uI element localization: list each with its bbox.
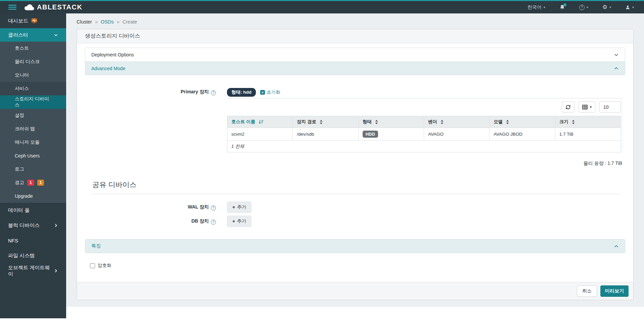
preview-button[interactable]: 미리보기 (600, 285, 629, 297)
column-header-hostname[interactable]: 호스트 이름 (227, 116, 293, 128)
menu-toggle-icon[interactable] (8, 4, 16, 11)
sidebar-item-configuration[interactable]: 설정 (0, 109, 66, 122)
wal-add-button[interactable]: + 추가 (227, 201, 251, 213)
reset-filter-link[interactable]: × 초기화 (260, 89, 280, 95)
sidebar-item-upgrade[interactable]: Upgrade (0, 189, 66, 203)
help-circle-icon[interactable]: ? (211, 90, 216, 95)
sidebar-item-pools[interactable]: 데이터 풀 (0, 203, 66, 218)
advanced-mode-label: Advanced Mode (91, 66, 125, 71)
column-header-type[interactable]: 형태 (358, 116, 424, 128)
advanced-mode-accordion[interactable]: Advanced Mode (85, 61, 625, 75)
chevron-right-icon (54, 223, 58, 228)
mode-accordion: Deployment Options Advanced Mode (85, 48, 625, 75)
settings-dropdown[interactable]: ⚙ ▾ (602, 4, 611, 10)
column-toggle-dropdown[interactable]: ▾ (579, 101, 595, 112)
brand-logo[interactable]: ABLESTACK (24, 3, 82, 11)
sidebar-item-storage-devices[interactable]: 스토리지 디바이스 (0, 95, 66, 109)
chevron-down-icon (54, 33, 58, 37)
sidebar-item-manager-modules[interactable]: 매니저 모듈 (0, 136, 66, 149)
page-size-input[interactable] (599, 101, 621, 112)
caret-down-icon: ▾ (632, 5, 634, 9)
cell-host: scvm2 (227, 128, 293, 141)
wal-device-row: WAL 장치? + 추가 (85, 201, 625, 213)
deployment-options-label: Deployment Options (91, 52, 134, 57)
sidebar-nav: 대시보드 클러스터 호스트 물리 디스크 모니터 서비스 스토리지 디바이스 설… (0, 13, 66, 318)
sidebar-item-label: 대시보드 (8, 18, 28, 24)
sidebar-item-services[interactable]: 서비스 (0, 82, 66, 95)
brand-name: ABLESTACK (37, 3, 82, 11)
help-circle-icon[interactable]: ? (211, 220, 216, 225)
wal-device-label: WAL 장치? (85, 204, 216, 211)
heartbeat-monitor-icon (31, 18, 37, 24)
breadcrumb-osds-link[interactable]: OSDs (101, 19, 114, 25)
sidebar-item-cluster[interactable]: 클러스터 (0, 28, 66, 42)
hdd-badge: HDD (363, 131, 378, 138)
devices-table: 호스트 이름 (227, 116, 621, 152)
chevron-right-icon (54, 269, 58, 273)
refresh-button[interactable] (562, 101, 574, 112)
db-device-row: DB 장치? + 추가 (85, 216, 625, 227)
sidebar-item-physical-disks[interactable]: 물리 디스크 (0, 55, 66, 68)
db-device-label: DB 장치? (85, 218, 216, 225)
alert-count-badge-orange: 1 (37, 180, 44, 186)
cell-vendor: AVAGO (424, 128, 489, 141)
create-osd-card: 생성스토리지 디바이스 Deployment Options Advanced … (77, 29, 634, 300)
sidebar-item-dashboard[interactable]: 대시보드 (0, 13, 66, 28)
breadcrumb-separator: » (95, 19, 98, 25)
caret-down-icon: ▾ (587, 5, 588, 9)
features-accordion-wrap: 특징 (85, 239, 625, 253)
sidebar-item-block-devices[interactable]: 블럭 디바이스 (0, 218, 66, 233)
sort-icon (506, 120, 509, 124)
sidebar-item-filesystems[interactable]: 파일 시스템 (0, 248, 66, 263)
datatable-toolbar: ▾ (227, 98, 621, 116)
total-count-label: 1 전체 (227, 141, 621, 152)
sidebar-item-hosts[interactable]: 호스트 (0, 42, 66, 55)
notification-dot (563, 3, 566, 6)
caret-down-icon: ▾ (544, 5, 545, 9)
help-circle-icon[interactable]: ? (211, 205, 216, 211)
sidebar-item-nfs[interactable]: NFS (0, 233, 66, 248)
sort-icon (572, 120, 575, 124)
table-row[interactable]: scvm2 /dev/sdb HDD AVAGO AVAGO JBOD 1.7 … (227, 128, 621, 141)
caret-down-icon: ▾ (590, 105, 592, 109)
shared-devices-title: 공유 디바이스 (92, 180, 620, 194)
features-label: 특징 (91, 243, 101, 249)
plus-icon: + (232, 219, 235, 224)
deployment-options-accordion[interactable]: Deployment Options (85, 48, 625, 61)
column-header-path[interactable]: 장치 경로 (293, 116, 358, 128)
chevron-up-icon (614, 66, 619, 71)
sidebar-item-object-gateway[interactable]: 오브젝트 게이트웨이 (0, 263, 66, 278)
column-header-vendor[interactable]: 벤더 (424, 116, 489, 128)
sidebar-item-crush-map[interactable]: 크러쉬 맵 (0, 122, 66, 136)
sidebar-item-logs[interactable]: 로그 (0, 163, 66, 176)
sidebar-item-alerts[interactable]: 경고 1 1 (0, 176, 66, 189)
filter-tag: 형태: hdd (227, 88, 256, 97)
column-header-model[interactable]: 모델 (490, 116, 555, 128)
db-add-button[interactable]: + 추가 (227, 216, 251, 227)
user-dropdown[interactable]: ▾ (625, 5, 634, 10)
table-header-row: 호스트 이름 (227, 116, 621, 128)
help-dropdown[interactable]: ? ▾ (579, 5, 588, 10)
primary-device-field: 형태: hdd × 초기화 (227, 88, 622, 167)
card-body: Deployment Options Advanced Mode Primary… (77, 43, 633, 282)
column-header-size[interactable]: 크기 (555, 116, 620, 128)
cancel-button[interactable]: 취소 (577, 285, 597, 297)
chevron-up-icon (614, 244, 619, 249)
language-dropdown[interactable]: 한국어 ▾ (527, 4, 545, 10)
notifications-button[interactable] (559, 4, 565, 10)
encryption-checkbox[interactable] (90, 263, 95, 268)
primary-device-label: Primary 장치? (85, 88, 216, 167)
cell-model: AVAGO JBOD (490, 128, 555, 141)
features-accordion[interactable]: 특징 (85, 239, 625, 253)
filter-tag-row: 형태: hdd × 초기화 (227, 88, 622, 97)
refresh-icon (565, 104, 571, 110)
reset-label: 초기화 (267, 89, 280, 95)
sidebar-item-ceph-users[interactable]: Ceph Users (0, 149, 66, 163)
alert-count-badge-red: 1 (27, 180, 34, 186)
encryption-label: 암호화 (98, 263, 111, 269)
main-content: Cluster » OSDs » Create 생성스토리지 디바이스 Depl… (66, 13, 644, 307)
caret-down-icon: ▾ (609, 5, 611, 9)
cloud-icon (24, 4, 35, 11)
sort-active-icon (259, 120, 264, 124)
sidebar-item-monitors[interactable]: 모니터 (0, 68, 66, 82)
